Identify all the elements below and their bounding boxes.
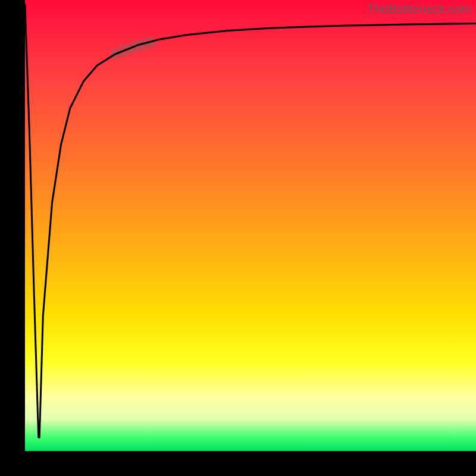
chart-stage: TheBottleneck.com	[0, 0, 476, 476]
axis-frame-bottom	[0, 451, 476, 476]
plot-area: TheBottleneck.com	[25, 0, 476, 451]
axis-frame-left	[0, 0, 25, 476]
bottleneck-curve	[25, 5, 476, 438]
curve-layer	[25, 0, 476, 451]
